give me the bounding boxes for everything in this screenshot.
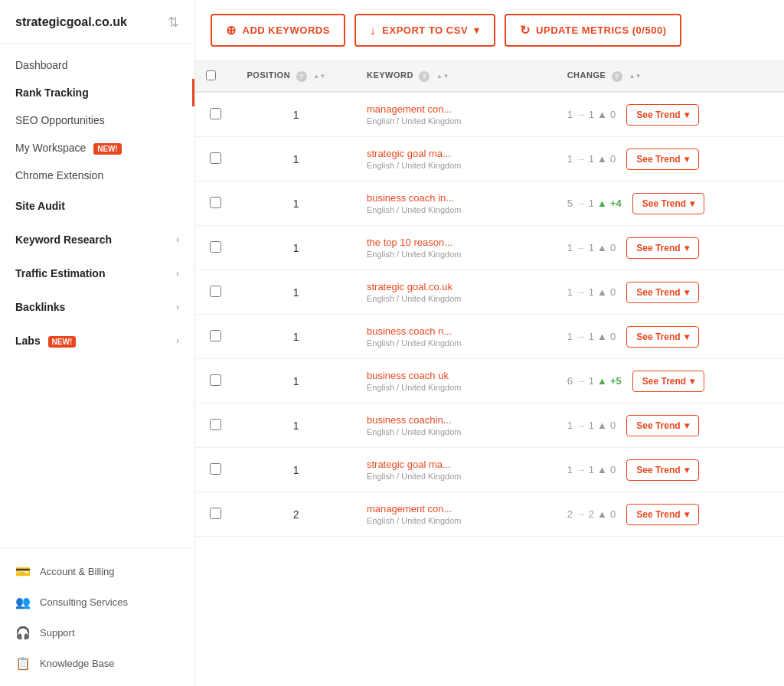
change-values: 1 → 1 ▲ 0 <box>567 153 616 165</box>
select-all-checkbox[interactable] <box>206 70 216 80</box>
sidebar-item-my-workspace[interactable]: My Workspace NEW! <box>0 134 194 162</box>
sidebar-bottom-consulting[interactable]: 👥 Consulting Services <box>0 586 194 617</box>
see-trend-label: See Trend <box>636 243 680 253</box>
chevron-down-icon: ▾ <box>684 243 689 253</box>
change-from: 1 <box>567 286 573 298</box>
sidebar-bottom-billing[interactable]: 💳 Account & Billing <box>0 556 194 586</box>
keyword-link[interactable]: management con... <box>367 503 452 514</box>
row-keyword: strategic goal.co.uk English / United Ki… <box>356 270 557 315</box>
sidebar-item-label: Labs NEW! <box>15 335 76 347</box>
row-position: 1 <box>237 315 356 359</box>
keyword-link[interactable]: business coach uk <box>367 370 449 381</box>
change-from: 1 <box>567 331 573 342</box>
arrow-icon: → <box>576 420 586 431</box>
see-trend-button[interactable]: See Trend ▾ <box>626 104 698 126</box>
chevron-right-icon: › <box>176 302 179 312</box>
sidebar-item-chrome-extension[interactable]: Chrome Extension <box>0 162 194 189</box>
sidebar-item-backlinks[interactable]: Backlinks › <box>0 290 194 324</box>
see-trend-button[interactable]: See Trend ▾ <box>626 326 698 348</box>
arrow-icon: → <box>576 198 586 209</box>
keyword-link[interactable]: strategic goal.co.uk <box>367 281 452 292</box>
header-position[interactable]: POSITION ? ▲▼ <box>237 61 356 92</box>
keyword-link[interactable]: strategic goal ma... <box>367 459 451 470</box>
see-trend-button[interactable]: See Trend ▾ <box>626 237 698 259</box>
arrow-icon: → <box>576 464 586 475</box>
see-trend-button[interactable]: See Trend ▾ <box>632 193 704 214</box>
arrow-icon: → <box>576 375 586 387</box>
see-trend-button[interactable]: See Trend ▾ <box>626 415 698 436</box>
export-csv-button[interactable]: ↓ EXPORT TO CSV ▾ <box>354 14 495 47</box>
keyword-locale: English / United Kingdom <box>367 116 546 126</box>
sidebar-item-rank-tracking[interactable]: Rank Tracking <box>0 79 194 106</box>
row-checkbox[interactable] <box>210 197 221 208</box>
sidebar-item-traffic-estimation[interactable]: Traffic Estimation › <box>0 256 194 290</box>
row-keyword: management con... English / United Kingd… <box>356 492 557 537</box>
change-to: 1 <box>589 375 594 387</box>
row-checkbox[interactable] <box>210 374 221 386</box>
update-metrics-button[interactable]: ↻ UPDATE METRICS (0/500) <box>505 14 682 47</box>
sidebar-item-site-audit[interactable]: Site Audit <box>0 189 194 223</box>
change-up-icon: ▲ <box>597 286 607 298</box>
position-sort-icon[interactable]: ▲▼ <box>313 74 326 80</box>
keyword-link[interactable]: business coach n... <box>367 325 452 337</box>
sidebar-item-label: Rank Tracking <box>15 87 89 99</box>
keyword-link[interactable]: the top 10 reason... <box>367 237 452 248</box>
keyword-link[interactable]: business coachin... <box>367 414 452 426</box>
sidebar-item-keyword-research[interactable]: Keyword Research › <box>0 223 194 256</box>
change-up-icon: ▲ <box>597 464 607 475</box>
consulting-icon: 👥 <box>15 594 31 609</box>
header-keyword[interactable]: KEYWORD ? ▲▼ <box>356 61 557 92</box>
see-trend-button[interactable]: See Trend ▾ <box>632 371 704 392</box>
see-trend-button[interactable]: See Trend ▾ <box>626 149 698 170</box>
row-change: 1 → 1 ▲ 0 See Trend ▾ <box>557 137 784 181</box>
row-checkbox[interactable] <box>210 286 221 297</box>
chevron-down-icon: ▾ <box>684 420 689 431</box>
keyword-link[interactable]: strategic goal ma... <box>367 148 451 159</box>
sidebar-item-label: Keyword Research <box>15 234 112 246</box>
row-checkbox[interactable] <box>210 508 221 519</box>
row-checkbox-cell <box>195 137 237 181</box>
keyword-sort-icon[interactable]: ▲▼ <box>436 74 449 80</box>
sidebar-bottom-knowledge[interactable]: 📋 Knowledge Base <box>0 648 194 678</box>
row-checkbox[interactable] <box>210 241 221 253</box>
plus-circle-icon: ⊕ <box>226 23 237 38</box>
change-delta: 0 <box>610 109 616 120</box>
chevron-updown-icon: ⇅ <box>168 14 179 31</box>
row-keyword: business coach in... English / United Ki… <box>356 181 557 226</box>
sidebar-item-labs[interactable]: Labs NEW! › <box>0 324 194 358</box>
sidebar-item-seo-opportunities[interactable]: SEO Opportunities <box>0 106 194 134</box>
chevron-down-icon: ▾ <box>690 376 694 387</box>
keyword-link[interactable]: business coach in... <box>367 192 454 204</box>
sidebar-bottom-support[interactable]: 🎧 Support <box>0 617 194 648</box>
change-to: 1 <box>589 286 594 298</box>
see-trend-button[interactable]: See Trend ▾ <box>626 504 698 525</box>
row-checkbox[interactable] <box>210 419 221 430</box>
table-row: 2 management con... English / United Kin… <box>195 492 784 537</box>
row-change: 2 → 2 ▲ 0 See Trend ▾ <box>557 492 784 537</box>
header-change[interactable]: CHANGE ? ▲▼ <box>557 61 784 92</box>
change-delta: 0 <box>610 153 616 165</box>
change-sort-icon[interactable]: ▲▼ <box>629 74 642 80</box>
row-checkbox-cell <box>195 92 237 137</box>
add-keywords-button[interactable]: ⊕ ADD KEYWORDS <box>211 14 345 47</box>
row-checkbox[interactable] <box>210 463 221 475</box>
sidebar-logo[interactable]: strategicgoal.co.uk ⇅ <box>0 0 194 44</box>
row-checkbox[interactable] <box>210 152 221 164</box>
row-checkbox[interactable] <box>210 330 221 341</box>
keyword-link[interactable]: management con... <box>367 103 452 115</box>
see-trend-label: See Trend <box>636 420 680 431</box>
sidebar-item-dashboard[interactable]: Dashboard <box>0 51 194 79</box>
see-trend-label: See Trend <box>636 109 680 120</box>
row-position: 1 <box>237 403 356 448</box>
see-trend-label: See Trend <box>642 198 686 209</box>
knowledge-label: Knowledge Base <box>40 658 115 669</box>
row-position: 1 <box>237 226 356 270</box>
see-trend-button[interactable]: See Trend ▾ <box>626 282 698 303</box>
row-checkbox[interactable] <box>210 108 221 119</box>
arrow-icon: → <box>576 331 586 342</box>
arrow-icon: → <box>576 286 586 298</box>
position-info-icon: ? <box>296 71 307 82</box>
see-trend-button[interactable]: See Trend ▾ <box>626 459 698 481</box>
table-row: 1 business coachin... English / United K… <box>195 403 784 448</box>
position-header-label: POSITION <box>247 70 291 80</box>
